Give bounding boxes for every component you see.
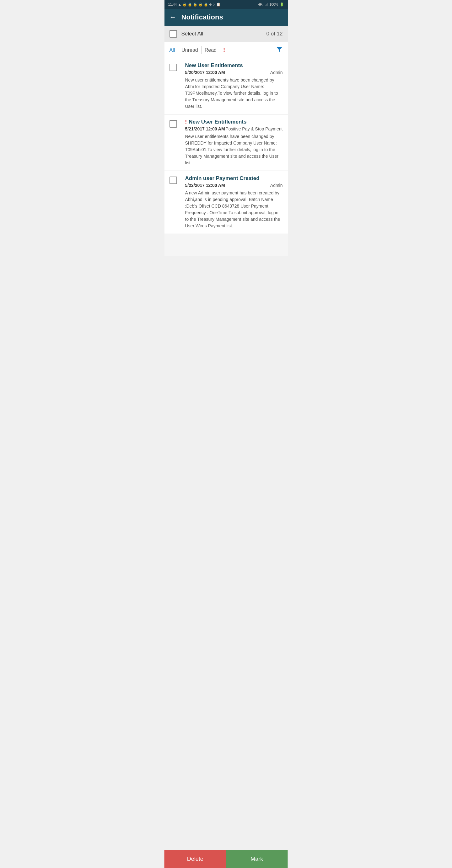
notif-title-row-3: Admin user Payment Created <box>185 175 283 182</box>
notif-title-row-1: New User Entitlements <box>185 62 283 69</box>
notif-title-3: Admin user Payment Created <box>185 175 260 182</box>
tab-read[interactable]: Read <box>201 46 220 54</box>
notif-checkbox-2[interactable] <box>169 120 177 128</box>
notification-item-3[interactable]: Admin user Payment Created5/22/2017 12:0… <box>165 171 288 234</box>
notif-title-row-2: !New User Entitlements <box>185 119 283 125</box>
notif-source-2: Positive Pay & Stop Payment <box>225 126 283 131</box>
notif-title-2: New User Entitlements <box>189 119 246 125</box>
page-title: Notifications <box>181 13 223 21</box>
notif-checkbox-3[interactable] <box>169 177 177 184</box>
svg-marker-0 <box>277 47 282 52</box>
tab-all[interactable]: All <box>169 46 178 54</box>
notif-date-1: 5/20/2017 12:00 AM <box>185 70 225 75</box>
notification-list: New User Entitlements5/20/2017 12:00 AMA… <box>165 58 288 256</box>
header: ← Notifications <box>165 9 288 26</box>
select-all-label: Select All <box>181 31 266 37</box>
status-right: HF↕ .ıll 100% 🔋 <box>257 2 284 7</box>
status-signal: HF↕ .ıll <box>257 2 268 6</box>
status-icons: ▲ 🔒 🔒 🔒 🔒 🔒 ⊖ ▷ 📋 <box>178 2 221 7</box>
notif-meta-1: 5/20/2017 12:00 AMAdmin <box>185 70 283 75</box>
notif-checkbox-1[interactable] <box>169 64 177 71</box>
select-count: 0 of 12 <box>266 31 283 37</box>
tab-urgent[interactable]: ! <box>220 45 228 55</box>
filter-icon[interactable] <box>276 46 283 54</box>
notif-content-1: New User Entitlements5/20/2017 12:00 AMA… <box>185 62 283 110</box>
notif-body-3: A new Admin user payment has been create… <box>185 190 283 229</box>
notif-content-2: !New User Entitlements5/21/2017 12:00 AM… <box>185 119 283 166</box>
notif-title-1: New User Entitlements <box>185 62 243 69</box>
select-all-checkbox[interactable] <box>169 30 177 38</box>
notification-item-2[interactable]: !New User Entitlements5/21/2017 12:00 AM… <box>165 115 288 171</box>
notif-urgent-icon-2: ! <box>185 119 187 125</box>
back-button[interactable]: ← <box>169 13 176 21</box>
status-battery: 100% <box>269 2 278 6</box>
notification-item-1[interactable]: New User Entitlements5/20/2017 12:00 AMA… <box>165 58 288 115</box>
notif-meta-3: 5/22/2017 12:00 AMAdmin <box>185 183 283 188</box>
select-all-bar: Select All 0 of 12 <box>165 26 288 42</box>
notif-date-2: 5/21/2017 12:00 AM <box>185 126 225 131</box>
tab-unread[interactable]: Unread <box>178 46 201 54</box>
filter-tabs: All Unread Read ! <box>165 42 288 58</box>
notif-content-3: Admin user Payment Created5/22/2017 12:0… <box>185 175 283 229</box>
battery-icon: 🔋 <box>280 2 284 7</box>
notif-body-2: New user entitlements have been changed … <box>185 133 283 166</box>
status-time: 11:44 <box>168 2 177 6</box>
status-left: 11:44 ▲ 🔒 🔒 🔒 🔒 🔒 ⊖ ▷ 📋 <box>168 2 221 7</box>
notif-date-3: 5/22/2017 12:00 AM <box>185 183 225 188</box>
notif-meta-2: 5/21/2017 12:00 AMPositive Pay & Stop Pa… <box>185 126 283 131</box>
notif-source-1: Admin <box>270 70 283 75</box>
notif-body-1: New user entitlements have been changed … <box>185 77 283 110</box>
status-bar: 11:44 ▲ 🔒 🔒 🔒 🔒 🔒 ⊖ ▷ 📋 HF↕ .ıll 100% 🔋 <box>165 0 288 9</box>
notif-source-3: Admin <box>270 183 283 188</box>
